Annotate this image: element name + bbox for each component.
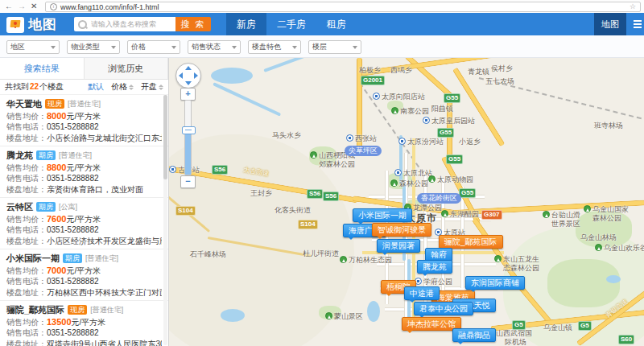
map-property-label[interactable]: 小米国际一期 xyxy=(353,208,412,222)
place-name: 蒙山景区 xyxy=(334,312,363,320)
sort-option[interactable]: 开盘 xyxy=(141,81,163,93)
map-place-label: 万柏林生态园 xyxy=(340,256,392,265)
field-label: 销售均价： xyxy=(6,266,47,275)
map-place-label: 东山五龙生态森林公园 xyxy=(494,255,539,273)
nav-tabs: 新房二手房租房 xyxy=(226,13,357,35)
place-name: 柏板乡 xyxy=(359,66,381,74)
nav-tab[interactable]: 二手房 xyxy=(266,13,316,35)
site-logo[interactable]: 地图 xyxy=(6,15,57,34)
chevron-down-icon xyxy=(111,46,116,51)
sort-option[interactable]: 默认 xyxy=(88,81,104,93)
page-info-icon[interactable]: i xyxy=(50,3,57,10)
listing-item[interactable]: 骊院_鄢苑国际现房[普通住宅]销售均价：13500元/平方米销售电话：0351-… xyxy=(0,301,168,346)
field-label: 销售均价： xyxy=(6,163,47,172)
filter-dropdown[interactable]: 物业类型 xyxy=(67,40,120,54)
sidebar-tabs: 搜索结果浏览历史 xyxy=(0,58,168,80)
search-button[interactable]: 搜 索 xyxy=(175,17,211,31)
rail-icon xyxy=(394,169,402,176)
search-box xyxy=(74,17,180,31)
stop-button[interactable]: ✕ xyxy=(31,0,37,13)
sort-option[interactable]: 价格 xyxy=(111,81,134,93)
listing-item[interactable]: 云特区期房[公寓]销售均价：7600元/平方米销售电话：0351-5288882… xyxy=(0,198,168,249)
zoom-slider-handle[interactable] xyxy=(182,126,196,134)
phone-value: 0351-5288882 xyxy=(47,174,99,183)
map-place-label: 太原北站 xyxy=(394,169,432,178)
map-place-label: 马头水乡 xyxy=(272,131,301,140)
map-pan-control[interactable] xyxy=(175,63,201,89)
sidebar-tab[interactable]: 浏览历史 xyxy=(85,58,169,79)
zoom-in-button[interactable]: + xyxy=(180,88,196,101)
field-label: 楼盘地址： xyxy=(6,340,47,346)
field-label: 销售电话： xyxy=(6,225,47,234)
count-number: 22 xyxy=(29,82,39,91)
phone-value: 0351-5288882 xyxy=(47,277,99,286)
scrollbar-thumb[interactable] xyxy=(163,95,167,179)
map-property-label[interactable]: 东润国际商铺 xyxy=(465,276,525,290)
nav-tab[interactable]: 新房 xyxy=(226,13,266,35)
listing-item[interactable]: 小米国际一期期房[普通住宅]销售均价：7000元/平方米销售电话：0351-52… xyxy=(0,249,168,301)
list-view-button[interactable]: 列表 xyxy=(626,13,644,35)
sort-label: 开盘 xyxy=(141,81,157,93)
map-property-label[interactable]: 智诚御河骏景 xyxy=(372,223,431,237)
filter-dropdown[interactable]: 销售状态 xyxy=(188,40,241,54)
listing-item[interactable]: 华天置地现房[普通住宅]销售均价：8000元/平方米销售电话：0351-5288… xyxy=(0,95,168,146)
district-badge: 尖草坪区 xyxy=(345,146,382,156)
map-place-label: 石千峰林场 xyxy=(190,250,226,259)
map-place-label: 台骀山滑世界景区 xyxy=(543,211,580,229)
place-name: 东湖醋园 xyxy=(450,210,479,218)
map-property-label[interactable]: 融鼎御品 xyxy=(452,328,496,342)
map-property-label[interactable]: 润景园著 xyxy=(377,239,420,253)
map-property-label[interactable]: 腾龙苑 xyxy=(417,260,452,274)
filter-label: 楼层 xyxy=(312,42,327,52)
filter-dropdown[interactable]: 楼层 xyxy=(308,40,361,54)
listing-title-row: 骊院_鄢苑国际现房[普通住宅] xyxy=(6,304,162,315)
map-place-label: 太原皇后园站 xyxy=(423,117,475,126)
listing-item[interactable]: 腾龙苑期房[普通住宅]销售均价：8800元/平方米销售电话：0351-52888… xyxy=(0,146,168,198)
zoom-out-button[interactable]: − xyxy=(180,175,196,188)
filter-dropdown[interactable]: 地区 xyxy=(6,40,60,54)
pan-right-arrow-icon[interactable] xyxy=(194,72,198,79)
listing-title-row: 云特区期房[公寓] xyxy=(6,201,162,212)
arrow-up-icon xyxy=(159,84,163,87)
status-badge: 期房 xyxy=(36,202,56,212)
field-label: 销售电话： xyxy=(6,174,47,183)
map-place-label: 柏板乡 xyxy=(359,66,381,75)
map-place-label: 化客头街道 xyxy=(275,206,311,215)
address-bar[interactable]: i www.fang110.com/info/f-1.html ☆ xyxy=(45,2,641,12)
place-name: 太原皇后园站 xyxy=(431,117,475,125)
map-place-label: 乌金山欢乐谷 xyxy=(595,244,644,253)
road-badge: S104 xyxy=(175,206,196,216)
listing-name: 云特区 xyxy=(6,201,33,212)
place-name: 化客头街道 xyxy=(275,206,311,214)
place-name: 学府公园 xyxy=(423,278,452,286)
bookmark-star-icon[interactable]: ☆ xyxy=(630,2,636,11)
filter-dropdown[interactable]: 楼盘特色 xyxy=(248,40,301,54)
filter-dropdown[interactable]: 价格 xyxy=(127,40,180,54)
phone-line: 销售电话：0351-5288882 xyxy=(6,328,162,338)
sidebar-tab[interactable]: 搜索结果 xyxy=(0,58,85,79)
arrow-down-icon xyxy=(129,88,134,90)
phone-value: 0351-5288882 xyxy=(47,122,99,131)
map-property-label[interactable]: 君泰中央公园 xyxy=(414,302,473,315)
place-name: 乌金山镇 xyxy=(543,323,572,332)
map-view-button[interactable]: 地图 xyxy=(594,13,626,35)
sidebar-scrollbar[interactable] xyxy=(163,94,167,345)
nav-tab[interactable]: 租房 xyxy=(316,13,357,35)
map-canvas[interactable]: 侯村乡五七农场班寺林场柏板乡西墕乡青龙镇阳曲镇小返乡太原向阳店站南寨公园太原皇后… xyxy=(169,58,644,346)
zoom-slider-track[interactable] xyxy=(184,100,192,175)
map-property-label[interactable]: 中途港 xyxy=(404,286,440,300)
phone-line: 销售电话：0351-5288882 xyxy=(6,225,162,235)
map-property-label[interactable]: 骊院_鄢苑国际 xyxy=(439,235,503,249)
price-value: 7000 xyxy=(47,266,66,275)
pan-left-arrow-icon[interactable] xyxy=(179,72,183,79)
pan-down-arrow-icon[interactable] xyxy=(185,81,192,85)
back-button[interactable]: ← xyxy=(5,0,13,13)
map-place-label: 西墕乡 xyxy=(390,66,412,75)
forward-button[interactable]: → xyxy=(18,0,26,13)
place-name: 乌金山林场 xyxy=(580,233,617,241)
search-input[interactable] xyxy=(89,19,173,29)
park-icon xyxy=(325,312,332,319)
price-line: 销售均价：7600元/平方米 xyxy=(6,214,162,224)
pan-up-arrow-icon[interactable] xyxy=(185,66,192,70)
price-line: 销售均价：13500元/平方米 xyxy=(6,317,162,327)
